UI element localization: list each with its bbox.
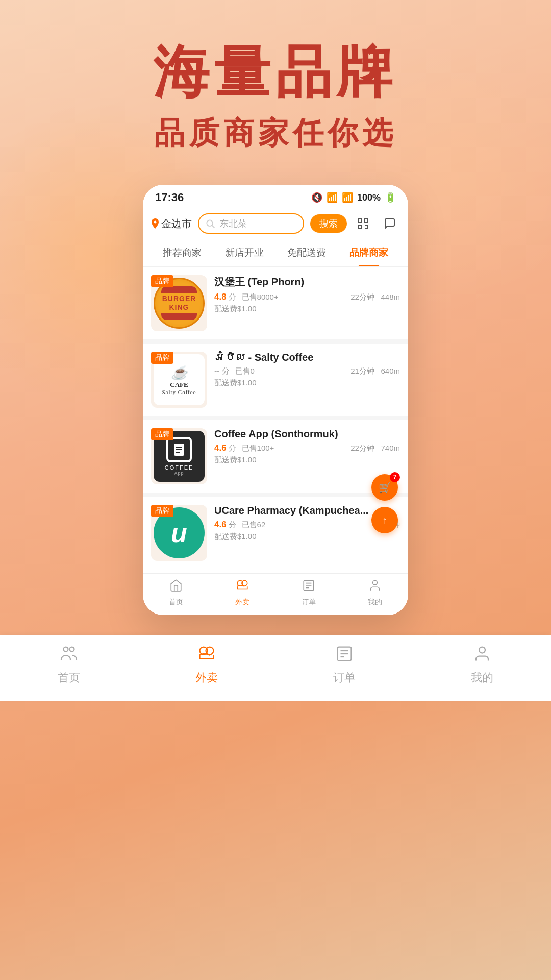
scan-button[interactable] — [353, 213, 373, 234]
svg-point-20 — [70, 647, 74, 652]
page-nav-label-order: 订单 — [333, 670, 356, 685]
profile-icon — [368, 579, 382, 596]
nav-label-profile: 我的 — [368, 598, 382, 607]
nav-item-profile[interactable]: 我的 — [342, 579, 408, 607]
search-icon — [205, 218, 215, 229]
scroll-top-button[interactable]: ↑ — [371, 507, 398, 533]
page-home-icon — [60, 645, 78, 667]
store-name-2: Coffee App (Sonthormuk) — [214, 428, 400, 440]
store-name-1: អំបិល - Salty Coffee — [214, 352, 400, 363]
store-rating-unit-2: 分 — [229, 444, 236, 452]
nav-item-home[interactable]: 首页 — [143, 579, 209, 607]
page-order-icon — [335, 645, 354, 667]
page-profile-icon — [473, 645, 491, 667]
store-delivery-1: 配送费$1.00 — [214, 378, 400, 388]
store-info-2: Coffee App (Sonthormuk) 4.6 分 已售100+ 22分… — [214, 428, 400, 465]
store-rating-dashes-1: -- — [214, 366, 220, 375]
store-rating-unit-0: 分 — [229, 292, 236, 301]
page-nav-profile[interactable]: 我的 — [471, 645, 493, 685]
fab-container: 🛒 7 ↑ — [371, 474, 398, 533]
page-nav-label-food: 外卖 — [195, 670, 218, 685]
search-placeholder: 东北菜 — [219, 217, 297, 230]
search-bar[interactable]: 东北菜 — [198, 213, 304, 234]
svg-rect-11 — [176, 452, 180, 453]
store-card-coffee-app[interactable]: 品牌 COFFEE App — [143, 420, 408, 493]
store-meta-row-0: 4.8 分 已售8000+ 22分钟 448m — [214, 292, 400, 302]
svg-rect-3 — [365, 219, 368, 222]
phone-mockup: 17:36 🔇 📶 📶 100% 🔋 金边市 东北菜 搜索 — [143, 185, 408, 615]
page-bottom-bar: 首页 外卖 订单 我的 — [0, 635, 551, 701]
wifi-icon: 📶 — [327, 192, 338, 203]
category-tabs: 推荐商家 新店开业 免配送费 品牌商家 — [143, 239, 408, 267]
store-meta-row-2: 4.6 分 已售100+ 22分钟 740m — [214, 443, 400, 453]
store-delivery-0: 配送费$1.00 — [214, 304, 400, 314]
location-pin-icon — [151, 218, 159, 229]
svg-point-27 — [479, 647, 485, 653]
store-meta-row-1: -- 分 已售0 21分钟 640m — [214, 366, 400, 376]
battery-icon: 🔋 — [385, 192, 396, 203]
status-icons: 🔇 📶 📶 100% 🔋 — [311, 192, 396, 203]
store-delivery-2: 配送费$1.00 — [214, 455, 400, 465]
store-logo-wrap-1: 品牌 ☕ CAFE Salty Coffee — [151, 352, 207, 408]
store-info-0: 汉堡王 (Tep Phorn) 4.8 分 已售8000+ 22分钟 448m … — [214, 275, 400, 314]
cart-fab-button[interactable]: 🛒 7 — [371, 474, 398, 501]
store-card-salty-coffee[interactable]: 品牌 ☕ CAFE Salty Coffee អំបិល - Salty Cof… — [143, 344, 408, 416]
food-delivery-icon — [236, 579, 249, 596]
nav-item-food[interactable]: 外卖 — [209, 579, 276, 607]
tab-new-store[interactable]: 新店开业 — [213, 239, 276, 266]
store-rating-0: 4.8 — [214, 292, 227, 302]
brand-badge-3: 品牌 — [151, 505, 173, 517]
store-time-dist-1: 21分钟 640m — [350, 366, 400, 376]
hero-title: 海量品牌 — [0, 41, 551, 103]
arrow-up-icon: ↑ — [382, 514, 387, 526]
store-rating-unit-1: 分 — [222, 366, 230, 375]
header-actions — [353, 213, 400, 234]
store-time-dist-0: 22分钟 448m — [350, 292, 400, 302]
cart-icon: 🛒 — [379, 481, 391, 494]
search-button[interactable]: 搜索 — [310, 214, 347, 233]
store-rating-2: 4.6 — [214, 443, 227, 453]
message-button[interactable] — [380, 213, 400, 234]
store-info-1: អំបិល - Salty Coffee -- 分 已售0 21分钟 640m … — [214, 352, 400, 388]
status-time: 17:36 — [155, 191, 184, 204]
store-logo-wrap-3: 品牌 u — [151, 505, 207, 561]
page-food-icon — [197, 645, 216, 667]
store-list: 品牌 BURGER KING 汉堡王 (Tep Phorn) — [143, 267, 408, 569]
brand-badge-1: 品牌 — [151, 352, 173, 364]
svg-rect-10 — [176, 449, 182, 450]
page-nav-label-home: 首页 — [58, 670, 80, 685]
store-logo-wrap: 品牌 BURGER KING — [151, 275, 207, 331]
nav-label-food: 外卖 — [235, 598, 249, 607]
mute-icon: 🔇 — [311, 192, 322, 203]
svg-point-18 — [373, 580, 378, 585]
tab-free-delivery[interactable]: 免配送费 — [276, 239, 338, 266]
svg-rect-2 — [359, 219, 362, 222]
cart-badge: 7 — [390, 472, 400, 482]
hero-subtitle: 品质商家任你选 — [0, 113, 551, 154]
store-sales-3: 已售62 — [242, 520, 266, 529]
store-rating-3: 4.6 — [214, 520, 227, 529]
store-logo-wrap-2: 品牌 COFFEE App — [151, 428, 207, 484]
svg-point-19 — [64, 647, 68, 652]
store-card-burger-king[interactable]: 品牌 BURGER KING 汉堡王 (Tep Phorn) — [143, 267, 408, 339]
store-sales-0: 已售8000+ — [242, 292, 279, 301]
store-sales-2: 已售100+ — [242, 444, 274, 452]
svg-rect-9 — [176, 447, 182, 448]
store-card-ucare[interactable]: 品牌 u UCare Pharmacy (Kampuchea... 4.6 分 … — [143, 497, 408, 569]
store-time-dist-2: 22分钟 740m — [350, 444, 400, 453]
svg-rect-4 — [359, 225, 362, 228]
page-nav-order[interactable]: 订单 — [333, 645, 356, 685]
nav-label-order: 订单 — [302, 598, 316, 607]
status-bar: 17:36 🔇 📶 📶 100% 🔋 — [143, 185, 408, 208]
city-label: 金边市 — [161, 217, 192, 231]
location-button[interactable]: 金边市 — [151, 217, 192, 231]
tab-brand-merchants[interactable]: 品牌商家 — [338, 239, 400, 266]
page-nav-food[interactable]: 外卖 — [195, 645, 218, 685]
store-name-0: 汉堡王 (Tep Phorn) — [214, 275, 400, 289]
home-icon — [169, 579, 183, 596]
signal-icon: 📶 — [342, 192, 353, 203]
nav-item-order[interactable]: 订单 — [276, 579, 342, 607]
bottom-navigation: 首页 外卖 订单 — [143, 573, 408, 615]
tab-recommended[interactable]: 推荐商家 — [151, 239, 213, 266]
page-nav-home[interactable]: 首页 — [58, 645, 80, 685]
